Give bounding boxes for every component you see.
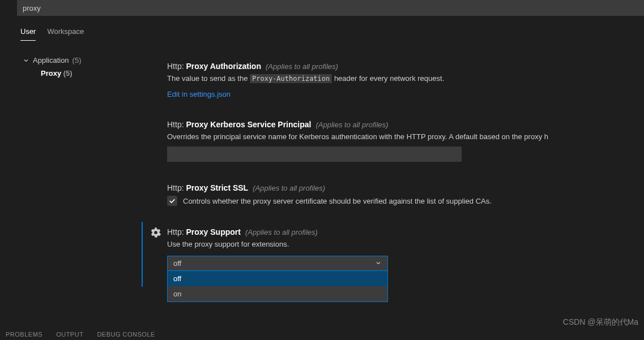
select-option-on[interactable]: on: [168, 286, 387, 302]
inline-code: Proxy-Authorization: [250, 74, 332, 83]
panel-tab-output[interactable]: OUTPUT: [56, 331, 83, 338]
settings-search-bar[interactable]: [17, 0, 644, 16]
setting-title: Http: Proxy Strict SSL (Applies to all p…: [167, 183, 619, 192]
proxy-support-select[interactable]: off: [167, 256, 388, 271]
proxy-support-dropdown: off on: [167, 271, 388, 302]
proxy-kerberos-input[interactable]: [167, 147, 462, 162]
settings-search-input[interactable]: [23, 4, 638, 12]
settings-list: Http: Proxy Authorization (Applies to al…: [142, 54, 644, 329]
tree-label: Proxy: [41, 69, 61, 78]
tree-item-application[interactable]: Application (5): [23, 54, 136, 67]
tree-item-proxy[interactable]: Proxy (5): [41, 67, 136, 80]
setting-proxy-support: Http: Proxy Support (Applies to all prof…: [142, 222, 644, 287]
tree-label: Application: [33, 56, 69, 64]
select-option-off[interactable]: off: [168, 271, 387, 286]
panel-tab-problems[interactable]: PROBLEMS: [6, 331, 42, 338]
setting-scope: (Applies to all profiles): [245, 228, 318, 236]
setting-scope: (Applies to all profiles): [315, 120, 388, 129]
desc-text: header for every network request.: [332, 74, 444, 83]
bottom-panel-tabs: PROBLEMS OUTPUT DEBUG CONSOLE: [0, 329, 644, 340]
setting-name: Proxy Support: [186, 227, 240, 236]
checkbox-label: Controls whether the proxy server certif…: [183, 197, 492, 205]
setting-name: Proxy Strict SSL: [186, 183, 248, 192]
setting-description: The value to send as the Proxy-Authoriza…: [167, 73, 619, 84]
setting-prefix: Http:: [167, 120, 184, 129]
chevron-down-icon: [375, 260, 382, 266]
checkbox-row: Controls whether the proxy server certif…: [167, 196, 619, 206]
select-value: off: [173, 259, 181, 268]
scope-tabs: User Workspace: [20, 27, 84, 41]
desc-text: The value to send as the: [167, 74, 250, 83]
setting-name: Proxy Kerberos Service Principal: [186, 120, 311, 129]
scope-tab-user[interactable]: User: [20, 27, 36, 41]
setting-title: Http: Proxy Kerberos Service Principal (…: [167, 120, 619, 129]
settings-tree-sidebar: Application (5) Proxy (5): [23, 54, 136, 80]
setting-description: Use the proxy support for extensions.: [167, 239, 619, 250]
proxy-support-select-wrap: off off on: [167, 256, 388, 271]
setting-description: Overrides the principal service name for…: [167, 131, 619, 143]
proxy-strict-ssl-checkbox[interactable]: [167, 196, 177, 206]
checkmark-icon: [168, 197, 176, 205]
scope-tab-workspace[interactable]: Workspace: [47, 27, 84, 41]
tree-count: (5): [63, 69, 72, 78]
setting-proxy-strict-ssl: Http: Proxy Strict SSL (Applies to all p…: [142, 178, 644, 222]
setting-title: Http: Proxy Authorization (Applies to al…: [167, 62, 619, 71]
setting-title: Http: Proxy Support (Applies to all prof…: [167, 227, 619, 236]
gear-icon: [151, 227, 161, 238]
setting-prefix: Http:: [167, 183, 184, 192]
setting-prefix: Http:: [167, 62, 184, 71]
setting-proxy-authorization: Http: Proxy Authorization (Applies to al…: [142, 56, 644, 114]
setting-scope: (Applies to all profiles): [266, 62, 338, 71]
setting-gear-button[interactable]: [151, 227, 161, 238]
edit-in-settings-json-link[interactable]: Edit in settings.json: [167, 90, 231, 98]
setting-prefix: Http:: [167, 227, 184, 236]
setting-name: Proxy Authorization: [186, 62, 261, 71]
setting-scope: (Applies to all profiles): [253, 184, 325, 192]
chevron-down-icon: [23, 57, 29, 64]
setting-proxy-kerberos-service-principal: Http: Proxy Kerberos Service Principal (…: [142, 114, 644, 178]
tree-count: (5): [72, 56, 82, 64]
panel-tab-debug-console[interactable]: DEBUG CONSOLE: [97, 331, 155, 338]
